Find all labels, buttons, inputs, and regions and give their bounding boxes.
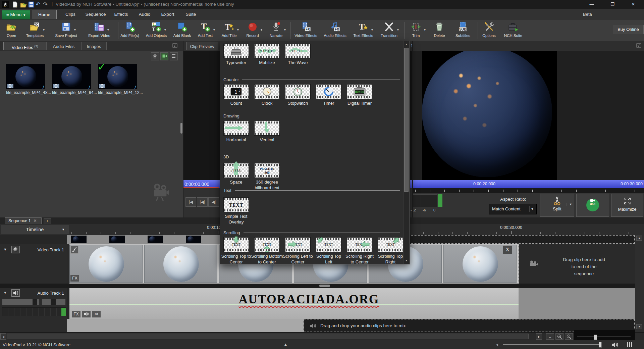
title-template-vertical[interactable]	[255, 121, 279, 135]
scroll-left-icon[interactable]: ◂	[0, 333, 6, 340]
templates-menu-scrollbar[interactable]: ▲ ▼	[403, 41, 410, 264]
title-template-360-degree-billboard-text[interactable]: PLACE IN360	[255, 163, 279, 178]
menu-tab-audio[interactable]: Audio	[135, 10, 154, 19]
undock-files-icon[interactable]	[172, 43, 177, 48]
title-template-scrolling-top-left[interactable]: TEXT	[316, 238, 341, 252]
title-template-typewriter[interactable]: T	[224, 44, 249, 58]
close-tab-icon[interactable]: ✕	[33, 218, 37, 223]
narrate-button[interactable]: ▼Narrate	[261, 21, 291, 38]
title-template-digital-timer[interactable]: 00:00	[347, 85, 372, 99]
hscroll-thumb[interactable]	[7, 334, 529, 339]
audio-pan-slider[interactable]	[42, 299, 66, 305]
volume-slider-handle[interactable]	[599, 342, 602, 348]
volume-slider[interactable]	[503, 344, 600, 345]
tab-clip-preview[interactable]: Clip Preview	[186, 42, 218, 50]
split-dropdown-arrow[interactable]: ▼	[567, 203, 572, 206]
new-project-icon[interactable]	[12, 1, 19, 8]
save-project-icon[interactable]	[28, 1, 35, 8]
video-fx-badge[interactable]: FX	[70, 275, 79, 282]
title-template-mobilize[interactable]: TITLE	[255, 44, 279, 58]
title-template-the-wave[interactable]: TITLE	[285, 44, 310, 58]
menu-tab-home[interactable]: Home	[32, 10, 57, 19]
menu-tab-clips[interactable]: Clips	[61, 10, 80, 19]
nch-suite-button[interactable]: NCH Suite	[498, 21, 529, 38]
title-template-count[interactable]: 132	[224, 85, 249, 99]
title-template-clock[interactable]	[255, 85, 279, 99]
timeline-vscrollbar[interactable]: ▲ ▼	[635, 235, 644, 332]
file-thumbnail[interactable]: ♪✓	[98, 64, 137, 89]
title-template-scrolling-right-to-center[interactable]: TEXT	[347, 238, 372, 252]
timeline-zoom-slider[interactable]	[574, 330, 635, 340]
panel-divider-right[interactable]	[412, 41, 413, 217]
scroll-up-icon[interactable]: ▲	[636, 236, 642, 241]
audio-fx-badge[interactable]: FX	[72, 311, 80, 317]
zoom-out-button[interactable]	[565, 333, 573, 340]
dropdown-arrow-icon[interactable]: ▼	[164, 28, 167, 32]
transition-button[interactable]: ▼Transition	[374, 21, 405, 38]
fit-timeline-button[interactable]: ↔	[546, 333, 554, 340]
tab-audio-files[interactable]: Audio Files	[46, 42, 81, 50]
maximize-button[interactable]: ❐	[602, 0, 623, 9]
dropdown-arrow-icon[interactable]: ▼	[371, 28, 374, 32]
step-back-button[interactable]: ◀|	[208, 197, 219, 207]
zoom-in-button[interactable]	[555, 333, 564, 340]
menu-tab-sequence[interactable]: Sequence	[84, 10, 108, 19]
previous-frame-button[interactable]: |◀|	[197, 197, 208, 207]
audio-effects-button[interactable]: FXAudio Effects	[320, 21, 351, 38]
menu-tab-effects[interactable]: Effects	[110, 10, 132, 19]
undo-icon[interactable]: ↶	[36, 1, 42, 8]
redo-icon[interactable]: ↷	[43, 1, 50, 8]
close-button[interactable]: ✕	[623, 0, 644, 9]
audio-clip[interactable]: AUTORACHADA.ORG FX ∞	[69, 288, 519, 319]
audio-mute-badge[interactable]	[82, 311, 91, 317]
title-template-stopwatch[interactable]	[285, 85, 310, 99]
go-to-start-button[interactable]: |◀	[185, 197, 196, 207]
video-clip[interactable]	[144, 245, 217, 283]
audio-track-mute-toggle[interactable]	[11, 289, 20, 297]
panel-divider-left[interactable]	[183, 41, 183, 217]
track-divider-handle[interactable]	[319, 285, 330, 287]
dropdown-arrow-icon[interactable]: ▼	[73, 28, 76, 32]
append-clip-drop-zone[interactable]: Drag clip here to add to end of the sequ…	[519, 244, 635, 284]
templates-button[interactable]: ▼Templates	[19, 21, 50, 38]
video-clip[interactable]	[69, 245, 143, 283]
minimize-button[interactable]: —	[581, 0, 602, 9]
video-track-visibility-toggle[interactable]	[11, 246, 20, 253]
master-volume-icon[interactable]	[611, 342, 619, 348]
title-template-scrolling-top-to-center[interactable]: TEXT	[224, 238, 249, 252]
save-project-button[interactable]: ▼Save Project	[51, 21, 82, 38]
title-template-timer[interactable]	[316, 85, 341, 99]
title-template-scrolling-top-right[interactable]: TEXT	[378, 238, 403, 252]
open-project-icon[interactable]	[20, 1, 27, 8]
title-template-scrolling-left-to-center[interactable]: TEXT	[285, 238, 310, 252]
sequence-tab[interactable]: Sequence 1 ✕	[5, 217, 42, 224]
transition-x-icon[interactable]: X	[503, 245, 512, 254]
scroll-right-icon[interactable]: ▸	[536, 333, 542, 340]
tab-video-files[interactable]: Video Files (3)	[3, 42, 46, 50]
menu-scroll-thumb[interactable]	[404, 48, 409, 192]
audio-link-badge[interactable]: ∞	[92, 311, 101, 317]
title-template-horizontal[interactable]	[224, 121, 249, 135]
timeline-collapse-arrow[interactable]: ▲	[283, 342, 288, 347]
menu-tab-suite[interactable]: Suite	[181, 10, 200, 19]
preview-360-button[interactable]: 360	[576, 194, 609, 217]
scroll-down-icon[interactable]: ▼	[636, 324, 642, 329]
file-thumbnail[interactable]: ♪	[52, 64, 91, 89]
volume-min-icon[interactable]: ◀	[496, 343, 498, 346]
file-thumbnail[interactable]: ♪	[6, 64, 45, 89]
panel-resize-handle[interactable]	[180, 123, 182, 134]
title-template-space[interactable]: TITLE	[224, 163, 249, 178]
title-template-simple-text-overlay[interactable]: TEXT	[224, 198, 249, 212]
dropdown-arrow-icon[interactable]: ▼	[42, 28, 45, 32]
collapse-video-track-icon[interactable]: ▼	[3, 247, 7, 251]
sequence-seek-bar[interactable]: 0:00:20.000 0:00:30.000	[413, 180, 644, 188]
dropdown-arrow-icon[interactable]: ▼	[396, 28, 399, 32]
new-sequence-tab-button[interactable]: +	[44, 218, 51, 224]
zoom-slider-handle[interactable]	[594, 335, 597, 340]
dropdown-arrow-icon[interactable]: ▼	[107, 28, 110, 32]
file-name[interactable]: file_example_MP4_12...	[98, 90, 143, 95]
collapse-audio-track-icon[interactable]: ▼	[3, 291, 7, 295]
fade-curve-icon[interactable]	[70, 246, 78, 254]
file-name[interactable]: file_example_MP4_64...	[52, 90, 97, 95]
undock-sequence-icon[interactable]	[636, 43, 641, 48]
